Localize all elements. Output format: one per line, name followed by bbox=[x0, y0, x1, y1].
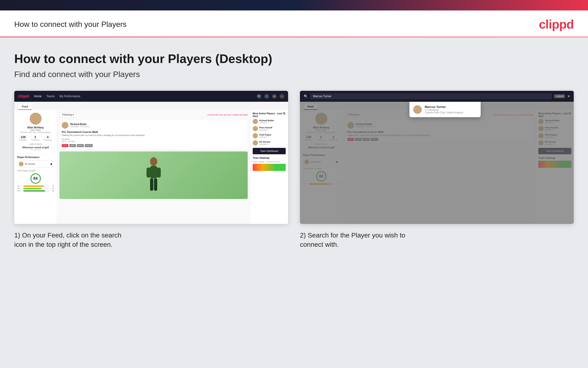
mock-nav-icons: 🔍 👤 ⚙ ○ bbox=[257, 94, 284, 99]
player-select[interactable]: Eli Vincent ▾ bbox=[17, 160, 54, 168]
golfer-image bbox=[59, 151, 248, 199]
player-select-chevron: ▾ bbox=[50, 162, 52, 166]
activity-user-sub: Yesterday · The Grove bbox=[70, 126, 89, 128]
mock-nav-home[interactable]: Home bbox=[34, 95, 42, 98]
activity-user: Richard Butler Yesterday · The Grove bbox=[62, 122, 245, 129]
following-label: Following bbox=[44, 139, 52, 141]
result-club: Cypress Point Club, United Kingdom bbox=[425, 111, 463, 114]
following-button[interactable]: Following ▾ bbox=[59, 112, 77, 117]
stat-activities: 129 Activities bbox=[19, 135, 27, 141]
screenshot-frame-1: clippd Home Teams My Performance 🔍 👤 ⚙ ○… bbox=[14, 91, 288, 224]
activity-duration: Duration02 hr : 00 min bbox=[62, 138, 245, 143]
result-info: Marcus Turner 1.5 Handicap Cypress Point… bbox=[425, 105, 463, 114]
bar-ott-track bbox=[23, 185, 49, 187]
team-dashboard-button[interactable]: Team Dashboard bbox=[253, 148, 286, 154]
mock-app-2: clippd Home Teams My Performance Feed bbox=[300, 91, 574, 224]
score-circle: 84 bbox=[30, 173, 41, 184]
settings-icon-nav[interactable]: ⚙ bbox=[272, 94, 277, 99]
player-name-2: Piers Parnell bbox=[259, 127, 272, 129]
player-acts-4: Activities: 1 bbox=[259, 143, 270, 145]
bar-ott-val: 79 bbox=[50, 185, 54, 187]
player-select-avatar bbox=[19, 162, 24, 166]
player-row-3: Hiral Pujara Activities: 3 bbox=[253, 133, 286, 138]
activity-duration-val: 02 hr : 00 min bbox=[62, 140, 75, 143]
activity-desc: Walking the course with my coach to buil… bbox=[62, 134, 245, 137]
activity-user-name: Richard Butler bbox=[70, 123, 89, 126]
bar-arg-fill bbox=[23, 190, 45, 192]
team-heatmap-bar bbox=[253, 164, 286, 171]
mock-right-panel-1: Most Active Players - Last 30 days Richa… bbox=[250, 110, 288, 224]
page-title: How to connect with your Players bbox=[14, 20, 127, 29]
profile-role: Golf Coach bbox=[17, 129, 54, 131]
player-avatar-3 bbox=[253, 133, 258, 138]
mock-nav-logo-1: clippd bbox=[18, 94, 29, 98]
user-circle-icon-nav[interactable]: ○ bbox=[280, 94, 284, 99]
performance-bars: OTT 79 APP bbox=[17, 185, 54, 192]
tag-putt: PUTT bbox=[85, 144, 93, 147]
svg-point-0 bbox=[150, 157, 157, 166]
bar-app-track bbox=[23, 188, 49, 189]
hero-subtitle: Find and connect with your Players bbox=[14, 70, 574, 79]
svg-rect-5 bbox=[154, 178, 157, 191]
search-icon-nav[interactable]: 🔍 bbox=[257, 94, 262, 99]
bar-ott: OTT 79 bbox=[17, 185, 54, 187]
mock-nav-teams[interactable]: Teams bbox=[46, 95, 55, 98]
search-input-container[interactable]: Marcus Turner bbox=[310, 93, 552, 99]
player-row-4: Eli Vincent Activities: 1 bbox=[253, 140, 286, 146]
profile-club: Mill Ride Golf Club, United Kingdom bbox=[17, 131, 54, 133]
bar-app-label: APP bbox=[17, 188, 22, 189]
tag-arg: ARG bbox=[77, 144, 84, 147]
activity-user-info: Richard Butler Yesterday · The Grove bbox=[70, 123, 89, 128]
close-search-button[interactable]: × bbox=[567, 94, 570, 99]
svg-rect-2 bbox=[147, 168, 151, 178]
activities-count: 129 bbox=[19, 135, 27, 139]
player-name-4: Eli Vincent bbox=[259, 141, 270, 143]
result-avatar bbox=[413, 105, 422, 114]
player-name-1: Richard Butler bbox=[259, 119, 274, 122]
search-bar: 🔍 Marcus Turner CLEAR × bbox=[300, 91, 574, 102]
hero-title: How to connect with your Players (Deskto… bbox=[14, 52, 574, 66]
profile-icon-nav[interactable]: 👤 bbox=[264, 94, 269, 99]
bar-app-val: 70 bbox=[50, 188, 54, 189]
team-heatmap-title: Team Heatmap bbox=[253, 157, 286, 159]
clear-button[interactable]: CLEAR bbox=[554, 94, 565, 98]
player-select-name: Eli Vincent bbox=[25, 163, 49, 165]
player-row-2: Piers Parnell Activities: 4 bbox=[253, 126, 286, 131]
search-input-text: Marcus Turner bbox=[313, 95, 331, 98]
following-count: 4 bbox=[44, 135, 52, 139]
player-row-1: Richard Butler Activities: 7 bbox=[253, 119, 286, 124]
tpq-label: Total Player Quality bbox=[17, 169, 54, 172]
screenshot-panel-1: clippd Home Teams My Performance 🔍 👤 ⚙ ○… bbox=[14, 91, 288, 249]
control-link[interactable]: Control who can see your activity and da… bbox=[207, 114, 248, 116]
feed-tab[interactable]: Feed bbox=[18, 104, 32, 110]
search-icon-bar: 🔍 bbox=[304, 94, 308, 98]
player-info-2: Piers Parnell Activities: 4 bbox=[259, 127, 272, 131]
player-info-4: Eli Vincent Activities: 1 bbox=[259, 141, 270, 145]
latest-activity-name: Afternoon round of golf bbox=[17, 146, 54, 149]
activity-title: Pre Tournament Course Walk bbox=[62, 130, 245, 133]
bar-ott-label: OTT bbox=[17, 185, 22, 187]
stat-followers: 3 Followers bbox=[31, 135, 39, 141]
search-results: Marcus Turner 1.5 Handicap Cypress Point… bbox=[409, 102, 481, 117]
result-handicap: 1.5 Handicap bbox=[425, 109, 463, 111]
golfer-silhouette bbox=[132, 156, 175, 199]
player-performance-section: Player Performance Eli Vincent ▾ Total P… bbox=[17, 156, 54, 192]
bar-arg-val: 84 bbox=[50, 190, 54, 192]
activities-label: Activities bbox=[19, 139, 27, 141]
bar-app-fill bbox=[23, 188, 41, 189]
stat-following: 4 Following bbox=[44, 135, 52, 141]
caption-1: 1) On your Feed, click on the searchicon… bbox=[14, 224, 288, 249]
avatar bbox=[30, 113, 42, 125]
mock-profile-section: Blair McHarg Golf Coach Mill Ride Golf C… bbox=[17, 113, 54, 154]
screenshot-frame-2: clippd Home Teams My Performance Feed bbox=[300, 91, 574, 224]
activity-card: Richard Butler Yesterday · The Grove Pre… bbox=[59, 120, 248, 149]
following-bar: Following ▾ Control who can see your act… bbox=[59, 112, 248, 117]
player-name-3: Hiral Pujara bbox=[259, 134, 271, 136]
svg-rect-1 bbox=[150, 166, 157, 179]
hero-section: How to connect with your Players (Deskto… bbox=[14, 52, 574, 79]
followers-label: Followers bbox=[31, 139, 39, 141]
mock-middle-panel-1: Following ▾ Control who can see your act… bbox=[57, 110, 250, 224]
mock-nav-performance[interactable]: My Performance bbox=[59, 95, 80, 98]
player-info-1: Richard Butler Activities: 7 bbox=[259, 119, 274, 124]
search-result-item[interactable]: Marcus Turner 1.5 Handicap Cypress Point… bbox=[409, 102, 481, 117]
